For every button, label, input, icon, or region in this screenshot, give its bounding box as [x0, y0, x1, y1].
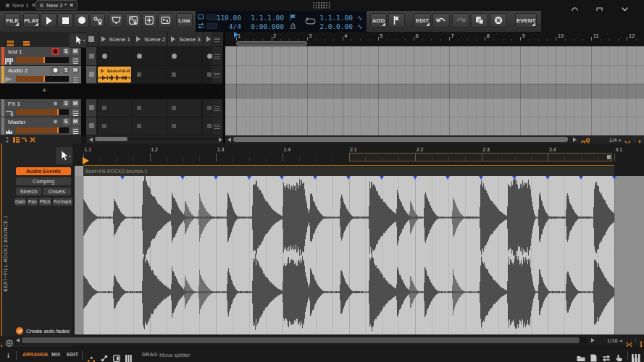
onset-marker[interactable]: [479, 176, 483, 180]
launcher-scroll-left-icon[interactable]: [89, 138, 93, 142]
editor-tab-pitch[interactable]: Pitch: [39, 198, 51, 206]
clip-slot[interactable]: [98, 117, 132, 135]
launcher-scroll-right-icon[interactable]: [219, 138, 222, 142]
playhead-time-value[interactable]: 0:00.000: [233, 22, 284, 30]
launcher-options-column[interactable]: [212, 99, 222, 117]
note-expression-icon[interactable]: [101, 352, 108, 362]
editor-tab-gain[interactable]: Gain: [14, 198, 26, 206]
volume-slider[interactable]: [16, 76, 69, 82]
loop-start-value[interactable]: 1.1.1.00: [302, 14, 353, 22]
clip-slot[interactable]: [133, 99, 167, 117]
clip-view-icon[interactable]: [113, 352, 120, 362]
clip-slot[interactable]: [203, 47, 211, 65]
launcher-options-column[interactable]: [212, 117, 222, 135]
track-menu-button[interactable]: [72, 109, 79, 116]
loop-length-value[interactable]: 2.0.0.00: [302, 22, 353, 30]
punch-in-button[interactable]: [142, 13, 156, 28]
add-track-button[interactable]: +: [42, 85, 46, 94]
browser-panel-icon[interactable]: [577, 352, 585, 362]
editor-scroll-left-icon[interactable]: [16, 338, 20, 342]
redo-button[interactable]: [452, 13, 469, 28]
onset-marker[interactable]: [280, 176, 284, 180]
editor-visible-range-box[interactable]: [349, 153, 613, 161]
metronome-icon[interactable]: [290, 23, 296, 29]
arranger-view-toggle-icon[interactable]: [23, 36, 30, 49]
audio-clip-beat-fill[interactable]: Beat+Fill-R...: [98, 67, 131, 83]
volume-slider[interactable]: [16, 57, 69, 63]
launcher-tool-button[interactable]: [69, 33, 88, 48]
clip-play-icon[interactable]: [101, 69, 104, 73]
volume-slider[interactable]: [16, 109, 69, 115]
clip-stop-cell[interactable]: [86, 117, 96, 135]
editor-tab-formant[interactable]: Formant: [53, 198, 72, 206]
record-arm-button[interactable]: [51, 118, 59, 125]
onset-marker[interactable]: [446, 176, 450, 180]
editor-clip-title-strip[interactable]: Beat+Fill-ROCK2-bounce-1: [83, 167, 614, 176]
mode-button-edit[interactable]: EDIT: [67, 352, 78, 357]
track-return-icon[interactable]: [21, 137, 28, 143]
onset-marker[interactable]: [120, 176, 125, 180]
clip-automation-write-button[interactable]: [125, 13, 141, 28]
record-arm-button[interactable]: [51, 100, 59, 107]
document-tab-new-1[interactable]: New 1×: [2, 1, 39, 10]
punch-flag-icon[interactable]: [290, 14, 296, 20]
solo-button[interactable]: S: [63, 48, 70, 55]
onscreen-keyboard-icon[interactable]: [632, 352, 640, 362]
mute-button[interactable]: M: [72, 67, 79, 74]
scene-play-icon[interactable]: [101, 36, 106, 42]
editor-tab-audio-events[interactable]: Audio Events: [16, 167, 71, 175]
arranger-zoom-scrollbar[interactable]: [236, 41, 307, 46]
onset-marker[interactable]: [612, 176, 616, 180]
clip-slot[interactable]: [167, 66, 201, 84]
scene-play-icon[interactable]: [171, 36, 175, 42]
launcher-options-column[interactable]: [212, 32, 222, 46]
onset-marker[interactable]: [313, 176, 317, 180]
mode-button-mix[interactable]: MIX: [51, 352, 60, 357]
file-menu-button[interactable]: FILE: [4, 13, 20, 28]
tab-close-icon[interactable]: ×: [70, 2, 73, 9]
io-panel-icon[interactable]: [602, 352, 611, 362]
undo-button[interactable]: [432, 13, 450, 28]
mute-button[interactable]: M: [72, 100, 79, 107]
add-track-area[interactable]: [0, 84, 81, 99]
clip-stop-cell[interactable]: [86, 99, 96, 117]
delete-button[interactable]: [490, 13, 507, 28]
arranger-snap-value[interactable]: 1/4: [609, 137, 616, 143]
play-menu-button[interactable]: PLAY: [23, 13, 40, 28]
arranger-snap-caret-icon[interactable]: ▴: [619, 137, 621, 142]
track-menu-button[interactable]: [72, 57, 79, 64]
clip-slot[interactable]: [98, 47, 132, 65]
track-menu-button[interactable]: [72, 76, 79, 83]
editor-scroll-right-icon[interactable]: [591, 338, 595, 342]
edit-menu-button[interactable]: EDIT: [414, 13, 431, 28]
track-delete-icon[interactable]: [30, 137, 35, 143]
solo-button[interactable]: S: [63, 100, 70, 107]
link-button[interactable]: Link: [176, 13, 193, 28]
track-menu-button[interactable]: [72, 127, 79, 134]
clip-slot[interactable]: [203, 99, 211, 117]
track-list-icon[interactable]: [13, 137, 20, 143]
clip-slot[interactable]: [133, 47, 167, 65]
scene-play-icon[interactable]: [136, 36, 141, 42]
clip-slot[interactable]: [167, 47, 201, 65]
launcher-overdub-button[interactable]: [158, 13, 172, 28]
mute-button[interactable]: M: [72, 48, 79, 55]
track-resize-icon[interactable]: [4, 137, 10, 143]
clip-slot[interactable]: [98, 99, 132, 117]
clip-slot[interactable]: [133, 66, 167, 84]
onset-marker[interactable]: [545, 176, 550, 180]
create-auto-fades-checkbox[interactable]: [16, 327, 23, 334]
editor-snap-value[interactable]: 1/16: [607, 337, 618, 344]
onset-marker[interactable]: [346, 176, 351, 180]
copy-button[interactable]: [471, 13, 488, 28]
range-handle[interactable]: [607, 155, 611, 159]
automation-editor-icon[interactable]: [88, 353, 95, 362]
stop-button[interactable]: [57, 13, 73, 28]
onset-marker[interactable]: [579, 176, 583, 180]
scene-header-4[interactable]: [203, 32, 212, 46]
clip-play-start-marker[interactable]: [83, 157, 89, 164]
pedal-button[interactable]: [109, 13, 123, 28]
arranger-scroll-left-icon[interactable]: [227, 138, 231, 142]
track-header-inst-1[interactable]: Inst 1SM: [0, 47, 81, 65]
onset-marker[interactable]: [180, 176, 185, 180]
